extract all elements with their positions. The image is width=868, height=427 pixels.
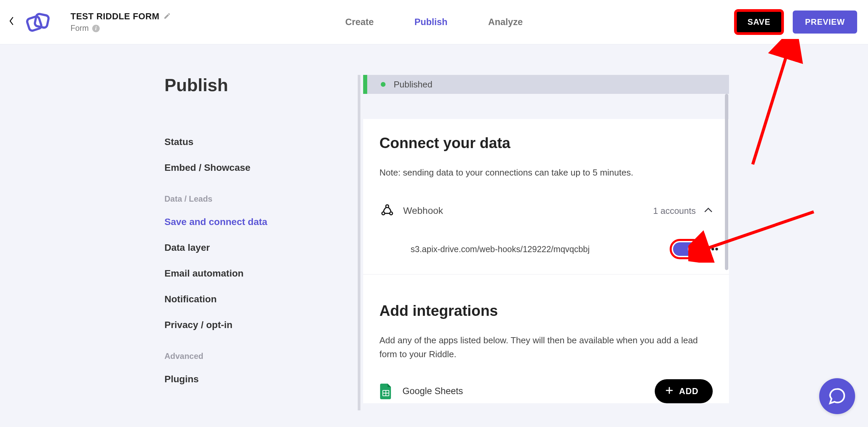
more-options-icon[interactable]: •••: [707, 243, 719, 255]
tab-analyze[interactable]: Analyze: [488, 17, 523, 27]
form-title: TEST RIDDLE FORM: [71, 11, 159, 22]
svg-point-4: [390, 212, 392, 215]
svg-point-2: [386, 205, 389, 208]
integration-name: Google Sheets: [402, 386, 463, 396]
webhook-accounts-label: 1 accounts: [653, 206, 696, 216]
chat-bubble-button[interactable]: [819, 378, 855, 414]
svg-point-3: [382, 212, 384, 215]
webhook-label: Webhook: [403, 205, 443, 216]
info-icon[interactable]: i: [92, 25, 100, 32]
sidebar-group-data-leads: Data / Leads: [164, 181, 344, 209]
sidebar-group-advanced: Advanced: [164, 338, 344, 366]
webhook-icon: [379, 202, 395, 219]
form-subtitle: Form: [71, 24, 89, 33]
add-integration-button[interactable]: ADD: [655, 379, 713, 403]
connect-data-panel: Connect your data Note: sending data to …: [363, 119, 729, 278]
scrollbar[interactable]: [725, 94, 728, 406]
tab-create[interactable]: Create: [345, 17, 374, 27]
edit-title-icon[interactable]: [163, 12, 171, 21]
title-block: TEST RIDDLE FORM Form i: [71, 11, 171, 33]
sidebar-item-privacy[interactable]: Privacy / opt-in: [164, 312, 344, 338]
sidebar-item-notification[interactable]: Notification: [164, 286, 344, 312]
sidebar-item-plugins[interactable]: Plugins: [164, 366, 344, 392]
sidebar-item-embed[interactable]: Embed / Showcase: [164, 155, 344, 181]
webhook-url: s3.apix-drive.com/web-hooks/129222/mqvqc…: [411, 244, 590, 254]
integrations-panel: Add integrations Add any of the apps lis…: [363, 278, 729, 403]
content-col: Published Connect your data Note: sendin…: [358, 75, 729, 410]
back-button[interactable]: [7, 16, 16, 26]
integration-row-sheets: Google Sheets ADD: [379, 379, 713, 403]
body: Publish Status Embed / Showcase Data / L…: [0, 44, 868, 427]
integrations-note: Add any of the apps listed below. They w…: [379, 333, 713, 361]
status-dot-icon: [381, 82, 386, 87]
connect-heading: Connect your data: [379, 135, 713, 151]
topbar: TEST RIDDLE FORM Form i Create Publish A…: [0, 0, 868, 44]
integrations-heading: Add integrations: [379, 302, 713, 319]
preview-button[interactable]: PREVIEW: [793, 11, 857, 34]
save-button[interactable]: SAVE: [735, 11, 783, 34]
scrollbar-thumb[interactable]: [725, 94, 728, 270]
sidebar-item-email-automation[interactable]: Email automation: [164, 261, 344, 286]
sidebar: Publish Status Embed / Showcase Data / L…: [0, 75, 358, 427]
sidebar-heading: Publish: [164, 75, 344, 95]
chevron-up-icon: [704, 207, 713, 215]
logo-icon[interactable]: [22, 6, 54, 38]
plus-icon: [665, 386, 674, 396]
connect-note: Note: sending data to your connections c…: [379, 166, 713, 179]
webhook-toggle[interactable]: [673, 242, 700, 256]
sidebar-item-status[interactable]: Status: [164, 129, 344, 155]
sidebar-item-data-layer[interactable]: Data layer: [164, 235, 344, 261]
tabs: Create Publish Analyze: [345, 17, 523, 27]
webhook-row[interactable]: Webhook 1 accounts: [379, 202, 713, 219]
status-bar[interactable]: Published: [363, 75, 729, 94]
sidebar-item-save-connect[interactable]: Save and connect data: [164, 209, 344, 235]
add-label: ADD: [679, 386, 698, 396]
webhook-item: s3.apix-drive.com/web-hooks/129222/mqvqc…: [363, 233, 729, 274]
google-sheets-icon: [379, 383, 393, 399]
status-text: Published: [394, 79, 432, 90]
tab-publish[interactable]: Publish: [414, 17, 448, 27]
